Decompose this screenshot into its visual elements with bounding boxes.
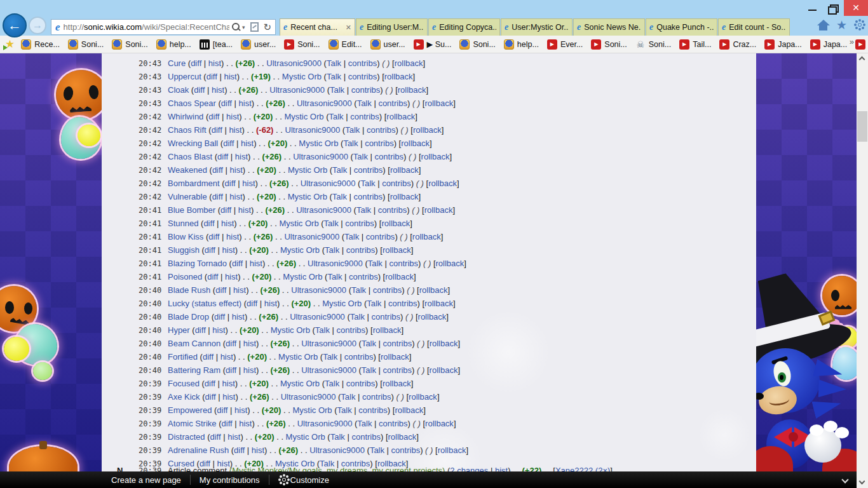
favorites-bar-item[interactable]: [tea... [200, 39, 233, 50]
contribs-link[interactable]: contribs [351, 85, 381, 95]
favorites-bar-item[interactable]: ▶Japa... [810, 39, 848, 50]
user-link[interactable]: Ultrasonic9000 [301, 179, 356, 188]
browser-tab[interactable]: eQuake Punch -... [646, 18, 717, 36]
page-link[interactable]: Blow Kiss [168, 232, 203, 241]
my-contributions-button[interactable]: My contributions [200, 475, 260, 485]
contribs-link[interactable]: contribs [348, 58, 377, 68]
favorites-bar-item[interactable]: Edit... [329, 39, 362, 50]
talk-link[interactable]: Talk [367, 299, 381, 308]
diff-link[interactable]: diff [221, 98, 232, 108]
contribs-link[interactable]: contribs [362, 392, 391, 402]
browser-tab[interactable]: eSonic News Ne... [573, 18, 645, 36]
user-link[interactable]: Ultrasonic9000 [301, 365, 356, 375]
page-link[interactable]: Beam Cannon [168, 339, 220, 348]
hist-link[interactable]: hist [208, 58, 221, 68]
user-link[interactable]: Mystic Orb [280, 379, 320, 388]
rollback-link[interactable]: rollback [398, 85, 426, 95]
rollback-link[interactable]: rollback [381, 219, 410, 228]
user-link[interactable]: Mystic Orb [280, 219, 319, 228]
user-link[interactable]: Mystic Orb [288, 192, 327, 201]
user-link[interactable]: Ultrasonic9000 [309, 445, 365, 455]
scroll-up-icon[interactable] [857, 53, 868, 64]
hist-link[interactable]: hist [221, 219, 234, 228]
rollback-link[interactable]: rollback [430, 339, 458, 348]
favorites-bar-item[interactable]: Soni... [68, 39, 104, 50]
diff-link[interactable]: diff [226, 339, 236, 348]
rollback-link[interactable]: rollback [436, 259, 465, 268]
toolbar-collapse-icon[interactable] [841, 476, 848, 483]
hist-link[interactable]: hist [222, 392, 235, 402]
talk-link[interactable]: Talk [356, 205, 371, 215]
create-new-page-button[interactable]: Create a new page [111, 475, 181, 485]
back-button[interactable]: ← [3, 13, 27, 37]
contribs-link[interactable]: contribs [378, 205, 407, 215]
user-link[interactable]: Ultrasonic9000 [308, 259, 363, 268]
user-link[interactable]: Ultrasonic9000 [297, 98, 352, 108]
contribs-link[interactable]: contribs [344, 352, 374, 362]
diff-link[interactable]: diff [208, 112, 219, 121]
hist-link[interactable]: hist [212, 325, 225, 335]
favorites-bar-item[interactable]: help... [504, 39, 539, 50]
page-link[interactable]: Lucky (status effect) [168, 299, 241, 308]
tab-close-icon[interactable]: ✕ [346, 24, 351, 32]
talk-link[interactable]: Talk [327, 272, 342, 281]
hist-link[interactable]: hist [250, 259, 262, 268]
contribs-link[interactable]: contribs [354, 165, 383, 175]
rollback-link[interactable]: rollback [390, 165, 419, 175]
rollback-link[interactable]: rollback [424, 98, 453, 108]
page-link[interactable]: Weakened [168, 165, 207, 175]
favorites-bar-item[interactable]: Soni... [112, 39, 147, 50]
contribs-link[interactable]: contribs [372, 312, 401, 322]
user-link[interactable]: Ultrasonic9000 [293, 152, 348, 161]
page-link[interactable]: Empowered [168, 405, 212, 415]
diff-link[interactable]: diff [225, 179, 236, 188]
hist-link[interactable]: hist [239, 419, 252, 428]
contribs-link[interactable]: contribs [367, 125, 396, 135]
favorites-bar-item[interactable]: ▶▶ Su... [414, 39, 452, 50]
contribs-link[interactable]: contribs [358, 405, 388, 415]
diff-link[interactable]: diff [226, 365, 236, 375]
user-link[interactable]: Ultrasonic9000 [266, 58, 322, 68]
diff-link[interactable]: diff [212, 125, 222, 135]
user-link[interactable]: Mystic Orb [278, 352, 318, 362]
hist-link[interactable]: hist [212, 85, 224, 95]
hist-link[interactable]: hist [229, 192, 242, 201]
user-link[interactable]: Mystic Orb [322, 299, 362, 308]
page-link[interactable]: Hyper [168, 325, 190, 335]
vertical-scrollbar[interactable] [857, 53, 868, 488]
talk-link[interactable]: Talk [350, 312, 365, 322]
hist-link[interactable]: hist [229, 125, 241, 135]
hist-link[interactable]: hist [230, 165, 243, 175]
talk-link[interactable]: Talk [330, 85, 344, 95]
favorites-bar-item[interactable]: ▶Japa... [764, 39, 802, 50]
gear-icon[interactable] [858, 23, 862, 27]
hist-link[interactable]: hist [243, 339, 256, 348]
diff-link[interactable]: diff [212, 165, 223, 175]
diff-link[interactable]: diff [205, 245, 215, 255]
page-link[interactable]: Fortified [168, 352, 198, 362]
talk-link[interactable]: Talk [360, 179, 375, 188]
hist-link[interactable]: hist [242, 179, 255, 188]
diff-link[interactable]: diff [247, 299, 257, 308]
close-icon[interactable]: ✕ [844, 0, 868, 16]
talk-link[interactable]: Talk [353, 152, 368, 161]
page-link[interactable]: Chaos Spear [168, 98, 216, 108]
rollback-link[interactable]: rollback [385, 272, 414, 281]
customize-button[interactable]: Customize [278, 474, 329, 485]
contribs-link[interactable]: contribs [388, 299, 417, 308]
page-link[interactable]: Cloak [168, 85, 189, 95]
hist-link[interactable]: hist [239, 98, 252, 108]
page-link[interactable]: Distracted [168, 432, 205, 442]
hist-link[interactable]: hist [225, 272, 238, 281]
user-link[interactable]: Xane2222 (2×) [555, 466, 610, 471]
favorites-bar-item[interactable]: ▶Craz... [719, 39, 756, 50]
page-link[interactable]: Focused [168, 379, 200, 388]
contribs-link[interactable]: contribs [345, 219, 374, 228]
page-link[interactable]: Chaos Blast [168, 152, 212, 161]
talk-link[interactable]: Talk [324, 219, 339, 228]
page-link[interactable]: Poisoned [168, 272, 202, 281]
talk-link[interactable]: Talk [327, 72, 341, 81]
page-link[interactable]: Whirlwind [168, 112, 203, 121]
rollback-link[interactable]: rollback [424, 299, 453, 308]
favorites-star-icon[interactable]: ★ [836, 20, 847, 30]
